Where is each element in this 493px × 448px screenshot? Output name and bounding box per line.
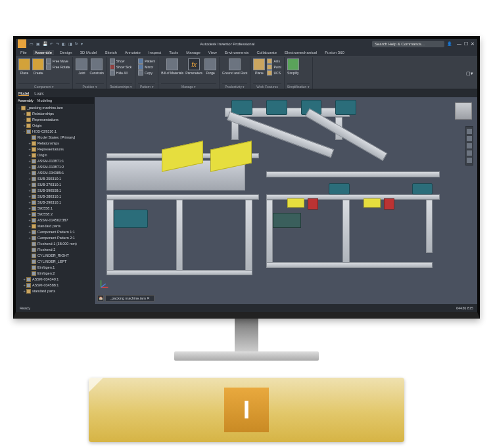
tree-node[interactable]: Model States: [Primary] (16, 135, 94, 141)
viewcube[interactable] (455, 102, 472, 120)
qat-redo-icon[interactable]: ↷ (56, 41, 59, 46)
browser-tab-assembly[interactable]: Assembly (18, 99, 34, 102)
create-button[interactable]: Create (32, 58, 44, 75)
free-move-button[interactable]: Free Move (46, 58, 70, 64)
tree-node[interactable]: +Representations (16, 146, 94, 152)
group-label-productivity[interactable]: Productivity ▾ (222, 83, 247, 89)
nav-lookat-icon[interactable] (467, 158, 472, 163)
tab-sketch[interactable]: Sketch (103, 50, 118, 55)
tab-file[interactable]: File (18, 50, 29, 55)
tree-node[interactable]: +Origin (16, 123, 94, 129)
bom-button[interactable]: Bill of Materials (161, 58, 183, 75)
place-button[interactable]: Place (18, 58, 30, 75)
tree-node[interactable]: +Origin (16, 152, 94, 158)
tree-node[interactable]: +standard parts (16, 288, 94, 294)
tree-node[interactable]: -HOD-029310:1 (16, 129, 94, 135)
hide-all-button[interactable]: Hide All (110, 70, 131, 76)
tree-node[interactable]: +590558:1 (16, 206, 94, 212)
point-button[interactable]: Point (267, 64, 281, 70)
tree-node[interactable]: +SUB-270310:1 (16, 182, 94, 188)
maximize-button[interactable]: ☐ (464, 41, 468, 47)
tab-fusion360[interactable]: Fusion 360 (323, 50, 346, 55)
tree-node[interactable]: Einfügen:1 (16, 265, 94, 271)
qat-open-icon[interactable]: ▣ (36, 41, 40, 46)
tab-environments[interactable]: Environments (223, 50, 251, 55)
tree-node[interactable]: +SUB-280310:1 (16, 194, 94, 200)
nav-home-icon[interactable] (467, 129, 472, 134)
tab-collaborate[interactable]: Collaborate (254, 50, 279, 55)
tree-node[interactable]: +Relationships (16, 141, 94, 146)
free-rotate-button[interactable]: Free Rotate (46, 64, 70, 70)
doc-tab-active[interactable]: _packing machine.iam ✕ (105, 295, 154, 302)
tree-node[interactable]: +ASSM-034340:1 (16, 277, 94, 282)
tree-node[interactable]: +SUB-290310:1 (16, 200, 94, 206)
doc-home-button[interactable]: 🏠 (97, 295, 104, 302)
tab-annotate[interactable]: Annotate (123, 50, 143, 55)
group-label-simplification[interactable]: Simplification ▾ (287, 83, 310, 89)
tree-node[interactable]: +ASSM-014562:387 (16, 217, 94, 223)
tab-design[interactable]: Design (58, 50, 74, 55)
tree-node[interactable]: +590558:2 (16, 212, 94, 217)
nav-orbit-icon[interactable] (467, 136, 472, 141)
tree-node[interactable]: Flushend:1 (38.000 mm) (16, 241, 94, 247)
qat-material-icon[interactable]: ◨ (68, 41, 72, 46)
tree-node[interactable]: +SUB-250310:1 (16, 176, 94, 182)
tab-view[interactable]: View (206, 50, 219, 55)
qat-undo-icon[interactable]: ↶ (50, 41, 53, 46)
nav-pan-icon[interactable] (467, 143, 472, 148)
qat-new-icon[interactable]: ▭ (30, 41, 34, 46)
group-label-component[interactable]: Component ▾ (18, 83, 70, 89)
tree-node[interactable]: +ASSM-013871:2 (16, 164, 94, 170)
parameters-button[interactable]: fxParameters (185, 58, 202, 75)
browser-tab-modeling[interactable]: Modeling (37, 99, 52, 102)
tree-node[interactable]: +Relationships (16, 111, 94, 117)
tree-node[interactable]: CYLINDER_LEFT (16, 259, 94, 265)
purge-button[interactable]: Purge (204, 58, 216, 75)
joint-button[interactable]: Joint (76, 58, 87, 75)
tab-electromechanical[interactable]: Electromechanical (283, 50, 319, 55)
mirror-button[interactable]: Mirror (138, 64, 155, 70)
nav-zoom-icon[interactable] (467, 150, 472, 156)
simplify-button[interactable]: Simplify (287, 58, 299, 75)
ground-root-button[interactable]: Ground and Root (222, 58, 247, 75)
show-sick-button[interactable]: Show Sick (110, 64, 131, 70)
tree-node[interactable]: -Representations (16, 117, 94, 123)
pattern-button[interactable]: Pattern (138, 58, 155, 64)
tree-node[interactable]: +Component Pattern 1:1 (16, 229, 94, 235)
panel-tab-model[interactable]: Model (18, 91, 29, 96)
show-button[interactable]: Show (110, 58, 131, 64)
panel-tab-logic[interactable]: Logic (34, 91, 43, 95)
tab-3dmodel[interactable]: 3D Model (78, 50, 99, 55)
tree-node[interactable]: CYLINDER_RIGHT (16, 253, 94, 259)
tree-node[interactable]: +ASSM-034389:1 (16, 170, 94, 176)
tab-assemble[interactable]: Assemble (33, 50, 54, 55)
group-label-position[interactable]: Position ▾ (76, 83, 103, 89)
group-label-work-features[interactable]: Work Features (253, 83, 281, 89)
plane-button[interactable]: Plane (253, 58, 265, 75)
minimize-button[interactable]: — (457, 41, 461, 47)
group-label-manage[interactable]: Manage ▾ (161, 83, 216, 89)
tree-node[interactable]: Flushend:2 (16, 247, 94, 253)
close-button[interactable]: ✕ (471, 41, 475, 47)
qat-appearance-icon[interactable]: ◧ (62, 41, 66, 46)
tab-tools[interactable]: Tools (167, 50, 180, 55)
ucs-button[interactable]: UCS (267, 70, 281, 76)
ribbon-collapse-button[interactable]: ▢▾ (466, 71, 473, 76)
tree-node[interactable]: -_packing machine.iam (16, 105, 94, 111)
qat-save-icon[interactable]: 💾 (43, 41, 47, 46)
tree-node[interactable]: +standard parts (16, 223, 94, 229)
signin-icon[interactable]: 👤 (447, 41, 452, 46)
tab-inspect[interactable]: Inspect (147, 50, 163, 55)
tab-manage[interactable]: Manage (184, 50, 202, 55)
viewport-3d[interactable]: 🏠 _packing machine.iam ✕ (95, 97, 477, 304)
group-label-pattern[interactable]: Pattern ▾ (138, 83, 155, 89)
axis-button[interactable]: Axis (267, 58, 281, 64)
search-input[interactable]: Search Help & Commands... (372, 41, 444, 47)
group-label-relationships[interactable]: Relationships ▾ (110, 83, 132, 89)
tree-node[interactable]: Einfügen:2 (16, 271, 94, 277)
tree-node[interactable]: +Component Pattern 2:1 (16, 235, 94, 241)
tree-node[interactable]: +ASSM-013871:1 (16, 158, 94, 164)
qat-dropdown-icon[interactable]: ▾ (81, 41, 83, 46)
doc-tab-close-icon[interactable]: ✕ (147, 296, 150, 300)
inventor-logo-icon[interactable] (18, 39, 26, 48)
